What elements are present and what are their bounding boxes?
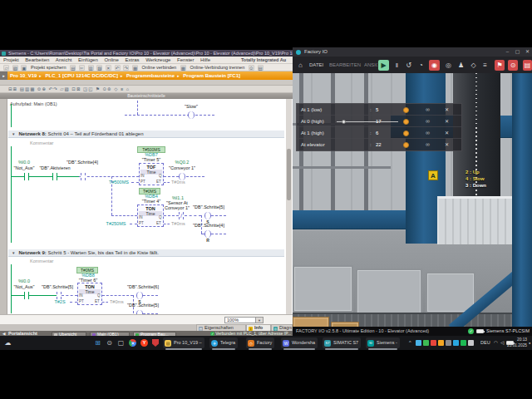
driver-button[interactable]: ⊙ [508,60,518,71]
timer-pt-value[interactable]: T#500MS [106,180,131,185]
contact-tag[interactable]: "DB".Aktivieren [36,165,74,170]
breadcrumb-arrow-icon[interactable]: ▸ [0,71,7,80]
contact-aktivieren[interactable] [52,173,57,180]
open-project-icon[interactable]: ▨ [12,65,18,71]
menu-hilfe[interactable]: Hilfe [200,57,210,62]
tia-title-bar[interactable]: Siemens - C:\Users\Roman\Desktop\Tia Por… [0,50,293,57]
tray-icon[interactable] [453,340,459,346]
network9-header[interactable]: ▼Netzwerk 9: Schritt 5 - Warten Sie, bis… [8,249,284,257]
close-icon[interactable]: ✕ [445,139,449,150]
taskbar-app-factory-io[interactable]: ◇Factory [246,337,274,348]
chrome-icon[interactable] [129,339,136,347]
clock[interactable]: 20:13 23.01.2025 [505,337,527,348]
close-icon[interactable]: ✕ [445,127,449,139]
task-view-icon[interactable]: ▢ [116,338,126,347]
redo-icon[interactable]: ↷ [123,65,129,71]
new-project-icon[interactable]: ▱ [3,65,9,71]
link-icon[interactable]: ∞ [426,139,430,150]
editor-scrollbar[interactable] [286,99,292,314]
tray-expand-icon[interactable]: ^ [409,336,411,350]
menu-fenster[interactable]: Fenster [177,57,194,62]
tag-list-button[interactable]: ≡ [480,60,490,71]
record-camera-button[interactable]: ◉ [429,60,440,71]
block-interface-bar[interactable]: Bausteinschnittstelle [0,93,293,99]
force-indicator-icon[interactable] [403,119,409,125]
slider-handle[interactable] [342,120,346,124]
menu-ansicht[interactable]: Ansicht [56,57,72,62]
tray-icon[interactable] [416,340,421,346]
weather-icon[interactable]: ☁ [3,338,12,347]
go-offline-button[interactable]: Online-Verbindung trennen [190,64,245,71]
tag-value[interactable]: 6 [376,127,391,139]
menu-werkzeuge[interactable]: Werkzeuge [145,57,170,62]
pause-button[interactable]: ‖ [392,60,402,71]
network8-header[interactable]: ▼Netzwerk 8: Schritt 04 – Teil auf Förde… [8,131,284,138]
tray-icon[interactable] [468,340,474,346]
print-icon[interactable]: ▤ [70,65,76,71]
cut-icon[interactable]: ✂ [79,65,85,71]
fio-title-bar[interactable]: Factory IO – ▢ ✕ [293,47,532,57]
menu-online[interactable]: Online [104,57,118,62]
breadcrumb-blocks[interactable]: Programmbausteine [126,73,175,78]
zoom-dropdown-icon[interactable]: ▼ [256,317,264,323]
tag-value[interactable]: 5 [376,104,391,116]
link-icon[interactable]: ∞ [426,116,430,127]
contact-schritte5[interactable] [57,292,62,299]
breadcrumb-plc[interactable]: PLC_1 [CPU 1214C DC/DC/DC] [46,73,118,78]
contact-schritte4[interactable] [81,173,86,180]
menu-projekt[interactable]: Projekt [3,57,19,62]
contact-tag[interactable]: Conveyor 1" [160,205,194,210]
contact-tag[interactable]: "DB".Schritte[4] [63,160,101,165]
timer-pt-value[interactable]: T#250MS [103,221,129,226]
camera-button[interactable]: ◎ [443,60,454,71]
copy-icon[interactable]: ▥ [88,65,94,71]
set-coil-schritte5[interactable]: S [204,212,211,219]
reset-button[interactable]: ↺ [403,60,414,71]
menu-ansicht[interactable]: ANSICHT [364,57,377,73]
contact-not-aus[interactable] [24,292,29,299]
home-icon[interactable]: ⌂ [295,60,306,71]
tag-value[interactable]: 17 [376,116,391,127]
window-split-icon[interactable]: ▤ [258,65,264,71]
notification-bell-icon[interactable]: ● [529,336,530,350]
delete-icon[interactable]: ✕ [106,65,111,71]
undo-icon[interactable]: ↶ [115,65,121,71]
reset-coil-tag[interactable]: "DB".Schritte[5] [121,303,165,308]
coil-tag[interactable]: "Conveyor 1" [165,165,200,170]
set-coil-tag[interactable]: "DB".Schritte[5] [190,204,228,209]
go-offline-icon[interactable]: ▦ [180,65,186,71]
tray-icon[interactable] [438,340,444,346]
coil-slow[interactable] [188,111,195,119]
taskbar-app-simatic[interactable]: S7SIMATIC S7 [323,337,361,348]
failures-button[interactable]: ⚑ [495,60,505,71]
contact-tag[interactable]: "Not_Aus" [10,165,38,170]
save-project-label[interactable]: Projekt speichern [31,64,66,71]
zoom-select[interactable]: 100% [224,317,256,323]
link-icon[interactable]: ∞ [426,127,430,139]
minimize-button[interactable]: – [503,47,512,57]
close-icon[interactable]: ✕ [445,104,449,116]
menu-bearbeiten[interactable]: BEARBEITEN [329,57,361,73]
breadcrumb-program-block[interactable]: Program Baustein [FC1] [183,73,240,78]
timer-instance[interactable]: "Timer 5" [135,157,167,162]
tab-diagnose[interactable]: ◎Diagnose [271,324,293,331]
paste-icon[interactable]: ▧ [96,65,102,71]
shield-icon[interactable] [152,339,159,347]
start-button[interactable]: ⊞ [93,338,102,347]
coil-tag-slow[interactable]: "Slow" [170,104,212,109]
menu-extras[interactable]: Extras [125,57,139,62]
breadcrumb-project[interactable]: Pro 10_V19 [10,73,37,78]
force-indicator-icon[interactable] [403,107,409,113]
taskbar-app-explorer[interactable]: ▨Pro 10_V19 – [163,337,204,348]
contact-tag[interactable]: "DB".Schritte[5] [37,284,78,289]
maximize-button[interactable]: ▢ [513,47,522,57]
tag-value[interactable]: 22 [376,139,391,150]
close-button[interactable]: ✕ [523,47,532,57]
operator-view-button[interactable]: ♟ [456,60,466,71]
set-coil-tag[interactable]: "DB".Schritte[6] [121,284,165,289]
link-icon[interactable]: ∞ [426,104,430,116]
set-coil-schritte6[interactable]: S [136,292,143,299]
force-indicator-icon[interactable] [403,131,409,136]
editor-toolbar-icons[interactable]: ⊟⊞ ▤▥▦ ⊜⊕ ↶↷ ▱▨ ⊡⊠ ◳◰ ⚑ ⊙⊚ ◇ ≡ ⌂ [0,86,293,93]
tab-info[interactable]: iInfo [246,324,271,331]
